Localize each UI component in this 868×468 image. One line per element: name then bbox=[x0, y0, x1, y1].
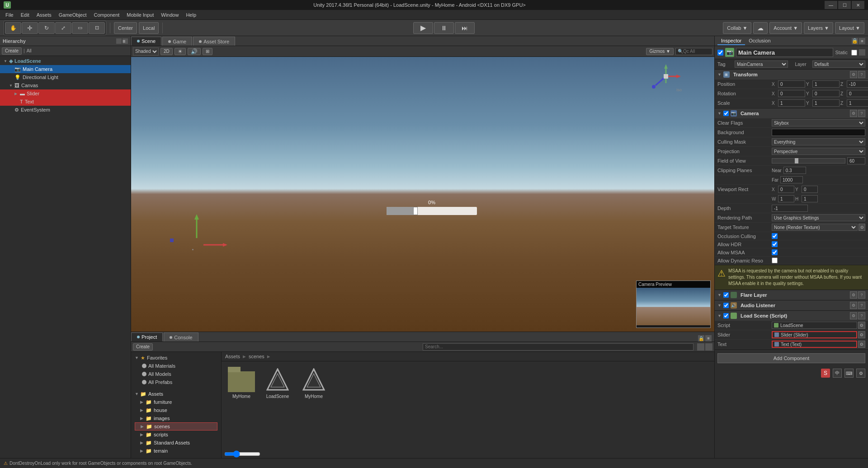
account-btn[interactable]: Account ▼ bbox=[769, 22, 802, 34]
viewport-w-input[interactable] bbox=[778, 195, 794, 202]
target-texture-browse-btn[interactable]: ⊙ bbox=[859, 224, 865, 231]
hierarchy-item-loadscene[interactable]: ▼ ◈ LoadScene bbox=[0, 57, 131, 65]
depth-input[interactable] bbox=[772, 205, 808, 212]
menu-component[interactable]: Component bbox=[90, 11, 123, 19]
script-info-btn[interactable]: ? bbox=[858, 312, 865, 319]
flare-layer-checkbox[interactable] bbox=[723, 292, 729, 298]
hierarchy-lock-icon[interactable] bbox=[116, 38, 122, 44]
menu-mobileinput[interactable]: Mobile Input bbox=[123, 11, 157, 19]
flare-layer-info-btn[interactable]: ? bbox=[858, 291, 865, 299]
cloud-btn[interactable]: ☁ bbox=[753, 22, 768, 34]
audio-listener-settings-btn[interactable]: ⚙ bbox=[850, 302, 857, 309]
scene-view[interactable]: Iso 0% bbox=[131, 57, 714, 332]
gizmos-btn[interactable]: Gizmos ▼ bbox=[646, 48, 674, 55]
scale-tool-btn[interactable]: ⤢ bbox=[55, 22, 71, 34]
scene-slider-track[interactable] bbox=[387, 207, 477, 215]
rotation-x-input[interactable] bbox=[778, 90, 805, 97]
clipping-near-input[interactable] bbox=[783, 167, 806, 174]
viewport-h-input[interactable] bbox=[802, 195, 818, 202]
viewport-y-input[interactable] bbox=[802, 186, 818, 193]
shaded-select[interactable]: Shaded bbox=[133, 47, 159, 56]
favorites-all-materials[interactable]: All Materials bbox=[135, 362, 217, 370]
add-component-btn[interactable]: Add Component bbox=[717, 353, 865, 363]
settings-icon[interactable]: ⚙ bbox=[856, 369, 865, 378]
transform-info-btn[interactable]: ? bbox=[858, 71, 865, 78]
hierarchy-item-maincamera[interactable]: 📷 Main Camera bbox=[0, 65, 131, 73]
camera-info-btn[interactable]: ? bbox=[858, 110, 865, 117]
target-texture-select[interactable]: None (Render Texture) bbox=[772, 224, 858, 231]
camera-header[interactable]: ▼ 📷 Camera ⚙ ? bbox=[715, 108, 868, 118]
menu-gameobject[interactable]: GameObject bbox=[55, 11, 90, 19]
project-search-input[interactable] bbox=[423, 343, 693, 351]
layer-select[interactable]: Default bbox=[812, 61, 866, 68]
asset-standard-assets[interactable]: ▶ 📁 Standard Assets bbox=[135, 439, 217, 447]
fov-input[interactable] bbox=[847, 157, 865, 164]
favorites-all-models[interactable]: All Models bbox=[135, 370, 217, 378]
layout-btn[interactable]: Layout ▼ bbox=[835, 22, 864, 34]
inspector-lock-icon[interactable]: 🔒 bbox=[852, 38, 858, 44]
camera-enable-checkbox[interactable] bbox=[723, 111, 729, 116]
flare-layer-settings-btn[interactable]: ⚙ bbox=[850, 291, 857, 299]
rotate-tool-btn[interactable]: ↻ bbox=[38, 22, 55, 34]
object-name-field[interactable]: Main Camera bbox=[736, 48, 833, 57]
step-btn[interactable]: ⏭ bbox=[455, 22, 475, 34]
camera-settings-btn[interactable]: ⚙ bbox=[850, 110, 857, 117]
hierarchy-item-text[interactable]: T Text bbox=[0, 98, 131, 106]
occlusion-culling-checkbox[interactable] bbox=[772, 233, 778, 239]
load-scene-script-header[interactable]: ▼ Load Scene (Script) ⚙ ? bbox=[715, 311, 868, 321]
script-browse-btn[interactable]: ⊙ bbox=[858, 322, 865, 329]
hierarchy-item-canvas[interactable]: ▼ 🖼 Canvas bbox=[0, 81, 131, 89]
slider-ref-browse-btn[interactable]: ⊙ bbox=[858, 331, 865, 338]
tab-scene[interactable]: Scene bbox=[131, 37, 161, 46]
hand-tool-btn[interactable]: ✋ bbox=[5, 22, 21, 34]
asset-house[interactable]: ▶ 📁 house bbox=[135, 406, 217, 414]
audio-listener-checkbox[interactable] bbox=[723, 303, 729, 308]
chinese-icon[interactable]: 中 bbox=[833, 369, 842, 378]
hierarchy-item-eventsystem[interactable]: ⚙ EventSystem bbox=[0, 106, 131, 114]
tag-select[interactable]: MainCamera bbox=[735, 61, 788, 68]
clear-flags-select[interactable]: Skybox bbox=[772, 119, 865, 126]
culling-mask-select[interactable]: Everything bbox=[772, 138, 865, 145]
rotation-y-input[interactable] bbox=[812, 90, 840, 97]
layers-btn[interactable]: Layers ▼ bbox=[804, 22, 833, 34]
audio-listener-info-btn[interactable]: ? bbox=[858, 302, 865, 309]
tab-assetstore[interactable]: Asset Store bbox=[193, 37, 235, 46]
tab-game[interactable]: Game bbox=[162, 37, 192, 46]
project-view-icon[interactable] bbox=[697, 343, 704, 351]
load-scene-script-checkbox[interactable] bbox=[723, 313, 729, 318]
asset-loadscene[interactable]: LoadScene bbox=[263, 367, 292, 399]
sogou-icon[interactable]: S bbox=[821, 369, 830, 378]
rect-tool-btn[interactable]: ▭ bbox=[72, 22, 88, 34]
object-active-checkbox[interactable] bbox=[717, 50, 723, 56]
hierarchy-item-slider[interactable]: ▶ ▬ Slider bbox=[0, 89, 131, 98]
asset-scenes[interactable]: ▶ 📁 scenes bbox=[135, 422, 217, 431]
scene-gizmo[interactable]: Iso bbox=[650, 61, 682, 92]
slider-ref-box[interactable]: Slider (Slider) bbox=[772, 331, 857, 338]
menu-file[interactable]: File bbox=[2, 11, 17, 19]
text-ref-browse-btn[interactable]: ⊙ bbox=[858, 341, 865, 348]
scale-x-input[interactable] bbox=[778, 99, 805, 107]
rendering-path-select[interactable]: Use Graphics Settings bbox=[772, 214, 865, 221]
tab-project[interactable]: Project bbox=[131, 332, 163, 342]
collab-btn[interactable]: Collab ▼ bbox=[723, 22, 751, 34]
project-menu-icon[interactable]: ≡ bbox=[705, 335, 712, 342]
menu-assets[interactable]: Assets bbox=[33, 11, 55, 19]
scale-z-input[interactable] bbox=[847, 99, 868, 107]
assets-root[interactable]: ▼ 📁 Assets bbox=[135, 390, 217, 398]
rotation-z-input[interactable] bbox=[847, 90, 868, 97]
transform-tool-btn[interactable]: ⊡ bbox=[89, 22, 105, 34]
scale-y-input[interactable] bbox=[812, 99, 840, 107]
lighting-btn[interactable]: ☀ bbox=[175, 48, 186, 55]
maximize-button[interactable]: ☐ bbox=[838, 1, 851, 9]
asset-terrain[interactable]: ▶ 📁 terrain bbox=[135, 447, 217, 455]
transform-settings-btn[interactable]: ⚙ bbox=[850, 71, 857, 78]
inspector-tab-occlusion[interactable]: Occlusion bbox=[745, 37, 774, 45]
favorites-header[interactable]: ▼ ★ Favorites bbox=[135, 354, 217, 362]
hierarchy-menu-icon[interactable]: ≡ bbox=[123, 38, 128, 44]
allow-msaa-checkbox[interactable] bbox=[772, 249, 778, 255]
inspector-tab-inspector[interactable]: Inspector bbox=[717, 37, 745, 45]
allow-hdr-checkbox[interactable] bbox=[772, 241, 778, 247]
allow-dynamic-reso-checkbox[interactable] bbox=[772, 257, 778, 263]
minimize-button[interactable]: — bbox=[825, 1, 837, 9]
scene-slider-thumb[interactable] bbox=[413, 207, 418, 215]
